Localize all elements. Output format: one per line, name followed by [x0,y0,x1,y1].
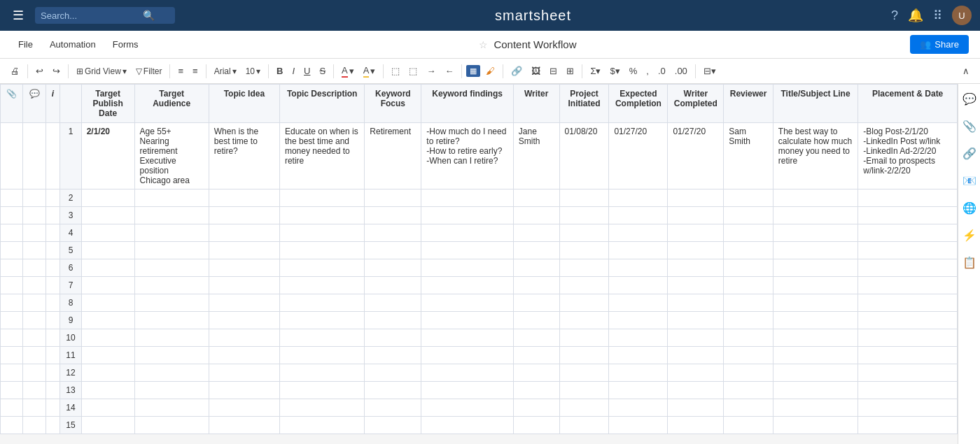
cell-project_initiated[interactable] [559,189,609,207]
cell-writer[interactable] [513,417,559,434]
cell-target_publish_date[interactable] [81,207,134,224]
cell-keyword_focus[interactable] [365,364,421,382]
cell-topic_description[interactable]: Educate on when is the best time and mon… [279,123,364,189]
cell-info[interactable] [46,277,60,294]
cell-writer[interactable] [513,189,559,207]
cell-keyword_findings[interactable] [421,417,514,434]
share-button[interactable]: 👥 Share [910,35,969,54]
cell-keyword_findings[interactable] [421,242,514,259]
cell-topic_idea[interactable] [209,242,279,259]
cell-topic_description[interactable] [279,242,364,259]
cell-paperclip[interactable] [1,277,23,294]
cell-title_subject[interactable] [773,259,858,277]
cell-num[interactable]: 15 [60,417,81,434]
text-color-button[interactable]: A▾ [338,63,358,80]
sidebar-forms-icon[interactable]: 📋 [960,253,979,272]
sidebar-web-icon[interactable]: 🌐 [960,199,979,217]
cell-expected_completion[interactable] [609,382,668,399]
header-target-publish-date[interactable]: Target Publish Date [81,85,134,123]
header-topic-idea[interactable]: Topic Idea [209,85,279,123]
cell-paperclip[interactable] [1,312,23,329]
cell-paperclip[interactable] [1,364,23,382]
cell-writer[interactable] [513,329,559,347]
table-row[interactable]: 4 [1,224,958,242]
table-row[interactable]: 3 [1,207,958,224]
cell-placement_date[interactable]: -Blog Post-2/1/20 -LinkedIn Post w/link … [858,123,958,189]
cell-topic_description[interactable] [279,399,364,417]
cell-reviewer[interactable] [724,399,774,417]
cell-num[interactable]: 5 [60,242,81,259]
cell-writer[interactable] [513,259,559,277]
cell-info[interactable] [46,364,60,382]
cell-reviewer[interactable] [724,364,774,382]
cell-expected_completion[interactable] [609,399,668,417]
cell-reviewer[interactable] [724,382,774,399]
cell-paperclip[interactable] [1,224,23,242]
cell-target_publish_date[interactable] [81,382,134,399]
cell-reviewer[interactable] [724,277,774,294]
header-keyword-findings[interactable]: Keyword findings [421,85,514,123]
cell-writer_completed[interactable] [668,399,724,417]
cell-placement_date[interactable] [858,207,958,224]
cell-reviewer[interactable] [724,189,774,207]
cell-expected_completion[interactable] [609,294,668,312]
cell-target_audience[interactable] [134,347,209,364]
cell-placement_date[interactable] [858,224,958,242]
cell-placement_date[interactable] [858,417,958,434]
cell-placement_date[interactable] [858,312,958,329]
help-icon[interactable]: ? [891,8,898,23]
cell-writer[interactable] [513,399,559,417]
header-target-audience[interactable]: Target Audience [134,85,209,123]
cell-keyword_focus[interactable] [365,224,421,242]
cell-target_publish_date[interactable] [81,417,134,434]
cell-placement_date[interactable] [858,347,958,364]
cell-target_audience[interactable] [134,382,209,399]
cell-writer[interactable] [513,364,559,382]
cell-target_audience[interactable] [134,277,209,294]
header-title-subject[interactable]: Title/Subject Line [773,85,858,123]
table-row[interactable]: 15 [1,417,958,434]
cell-num[interactable]: 3 [60,207,81,224]
cell-project_initiated[interactable] [559,242,609,259]
table-row[interactable]: 10 [1,329,958,347]
cell-target_audience[interactable] [134,242,209,259]
cell-writer_completed[interactable] [668,189,724,207]
cell-topic_description[interactable] [279,277,364,294]
currency-button[interactable]: $▾ [607,64,624,78]
cell-title_subject[interactable] [773,207,858,224]
cell-reviewer[interactable] [724,417,774,434]
cell-info[interactable] [46,259,60,277]
cell-keyword_findings[interactable]: -How much do I need to retire? -How to r… [421,123,514,189]
cell-project_initiated[interactable] [559,224,609,242]
cell-info[interactable] [46,123,60,189]
table-row[interactable]: 12/1/20Age 55+ Nearing retirement Execut… [1,123,958,189]
cell-info[interactable] [46,312,60,329]
cell-topic_description[interactable] [279,207,364,224]
cell-target_publish_date[interactable] [81,364,134,382]
cell-topic_idea[interactable] [209,329,279,347]
cell-comment[interactable] [23,259,46,277]
indent-button[interactable]: → [423,64,439,78]
cell-writer_completed[interactable] [668,312,724,329]
cell-paperclip[interactable] [1,207,23,224]
cell-target_publish_date[interactable] [81,224,134,242]
cell-comment[interactable] [23,399,46,417]
cell-topic_idea[interactable] [209,294,279,312]
cell-keyword_focus[interactable] [365,417,421,434]
cell-target_publish_date[interactable] [81,242,134,259]
cell-comment[interactable] [23,189,46,207]
cell-keyword_findings[interactable] [421,312,514,329]
cell-paperclip[interactable] [1,417,23,434]
cell-writer_completed[interactable] [668,364,724,382]
cell-project_initiated[interactable] [559,207,609,224]
cell-target_audience[interactable] [134,294,209,312]
cell-placement_date[interactable] [858,364,958,382]
cell-paperclip[interactable] [1,329,23,347]
cell-writer_completed[interactable] [668,259,724,277]
cell-info[interactable] [46,382,60,399]
table-row[interactable]: 14 [1,399,958,417]
cell-paperclip[interactable] [1,242,23,259]
cell-topic_description[interactable] [279,189,364,207]
cell-target_publish_date[interactable] [81,347,134,364]
cell-title_subject[interactable] [773,312,858,329]
